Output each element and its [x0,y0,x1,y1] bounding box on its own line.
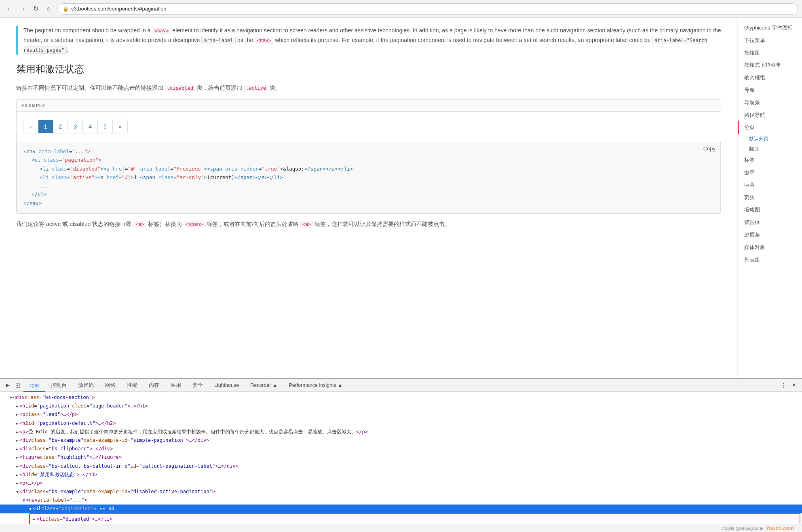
sidebar-item-media[interactable]: 媒体对象 [738,241,802,254]
sidebar-item-dropdown[interactable]: 下拉菜单 [738,34,802,47]
expand-icon-9[interactable]: ► [16,463,19,470]
pagination-item-1[interactable]: 1 [38,120,53,133]
expand-icon-10[interactable]: ► [16,472,19,478]
sidebar-item-breadcrumb[interactable]: 路径导航 [738,109,802,122]
devtools-tab-security[interactable]: 安全 [187,379,209,392]
devtools-inspect-btn[interactable]: ▶ [3,380,12,390]
devtools-line-4[interactable]: ► <h2 id="pagination-default">…</h2> [0,419,802,428]
devtools-line-7[interactable]: ► <div class="bs-clipboard">…</div> [0,445,802,453]
code-line-ul-close: </ul> [32,190,714,198]
expand-icon-5[interactable]: ► [16,429,19,435]
devtools-line-1[interactable]: ▼ <div class="bs-docs-section"> [0,393,802,402]
devtools-tab-perf-insights[interactable]: Performance insights ▲ [283,379,348,392]
intro-section: The pagination component should be wrapp… [16,26,721,55]
devtools-line-selected[interactable]: ▼ <ul class="pagination"> == $0 [0,505,802,513]
sidebar-sub-item-default-pagination[interactable]: 默认分页 [738,134,802,144]
devtools-line-10[interactable]: ► <h3 id="禁用和激活状态">…</h3> [0,471,802,479]
expand-icon-2[interactable]: ► [16,403,19,410]
browser-chrome: ← → ↻ ⌂ 🔒 v3.bootcss.com/components/#pag… [0,0,802,18]
expand-icon-6[interactable]: ► [16,437,19,444]
sidebar-sub-item-pager[interactable]: 翻页 [738,144,802,154]
code-block: Copy <nav aria-label="..."> <ul class="p… [17,141,721,213]
intro-paragraph: The pagination component should be wrapp… [23,26,721,55]
sidebar-item-alerts[interactable]: 警告框 [738,216,802,229]
expand-icon-4[interactable]: ► [16,420,19,427]
devtools-tab-lighthouse[interactable]: Lighthouse [209,379,245,392]
expand-icon-li1[interactable]: ► [33,516,36,523]
expand-icon-12[interactable]: ▼ [16,489,19,495]
pagination-item-5[interactable]: 5 [98,120,113,133]
pagination-link-3[interactable]: 3 [68,120,83,133]
sidebar-item-page-header[interactable]: 页头 [738,192,802,204]
devtools-line-2[interactable]: ► <h1 id="pagination" class="page-header… [0,402,802,410]
expand-icon-selected[interactable]: ▼ [29,506,32,512]
code-line-dots: ... [40,182,714,190]
devtools-tab-network[interactable]: 网络 [99,379,121,392]
sidebar-item-navbar[interactable]: 导航条 [738,97,802,109]
home-button[interactable]: ⌂ [43,3,54,15]
pagination-item-3[interactable]: 3 [68,120,83,133]
expand-icon-8[interactable]: ► [16,454,19,461]
pagination-link-5[interactable]: 5 [98,120,113,133]
sidebar-item-input-group[interactable]: 输入框组 [738,72,802,84]
code-line-1: <nav aria-label="..."> [23,147,714,156]
devtools-line-6[interactable]: ► <div class="bs-example" data-example-i… [0,436,802,445]
devtools-line-8[interactable]: ► <figure class="highlight">…</figure> [0,453,802,462]
devtools-tab-console[interactable]: 控制台 [45,379,72,392]
sidebar-item-badges[interactable]: 徽章 [738,167,802,179]
expand-icon-7[interactable]: ► [16,446,19,452]
example-label: EXAMPLE [17,100,721,112]
devtools-tab-elements[interactable]: 元素 [23,379,45,392]
devtools-tab-memory[interactable]: 内存 [143,379,165,392]
devtools-line-11[interactable]: ► <p>…</p> [0,479,802,488]
pagination-next-link[interactable]: » [113,120,127,133]
devtools-tab-sources[interactable]: 源代码 [72,379,99,392]
pagination-demo: « 1 2 3 4 5 » [23,120,128,133]
devtools-line-9[interactable]: ► <div class="bs-callout bs-callout-info… [0,462,802,471]
devtools-tab-application[interactable]: 应用 [165,379,187,392]
sidebar-item-progress[interactable]: 进度条 [738,229,802,241]
code-line-4: <li class="active"><a href="#">1 <span c… [40,173,714,182]
pagination-link-2[interactable]: 2 [53,120,68,133]
a-tag2-code: <a> [300,221,313,228]
expand-icon-13[interactable]: ▼ [23,497,25,504]
pagination-link-1[interactable]: 1 [38,120,53,133]
devtools-close-btn[interactable]: ✕ [789,380,799,390]
address-bar[interactable]: 🔒 v3.bootcss.com/components/#pagination [57,3,798,15]
devtools-line-li-disabled[interactable]: ► <li class="disabled">…</li> [30,515,800,524]
pagination-item-4[interactable]: 4 [83,120,98,133]
devtools-line-3[interactable]: ► <p class="lead">…</p> [0,410,802,419]
a-tag-code: <a> [133,221,146,228]
devtools-more-btn[interactable]: ⋮ [779,380,789,390]
sidebar-item-button-dropdown[interactable]: 按钮式下拉菜单 [738,59,802,72]
devtools-line-13[interactable]: ▼ <nav aria-label="..."> [0,496,802,505]
expand-icon-1[interactable]: ▼ [10,395,12,401]
pagination-prev[interactable]: « [23,120,38,133]
sidebar-item-nav[interactable]: 导航 [738,84,802,97]
copy-button[interactable]: Copy [703,146,715,152]
sidebar-item-buttons[interactable]: 按钮组 [738,47,802,59]
sidebar-item-jumbotron[interactable]: 巨幕 [738,179,802,192]
forward-button[interactable]: → [17,3,28,15]
devtools-tab-recorder[interactable]: Recorder ▲ [245,379,283,392]
disabled-class-code: .disabled [165,85,195,91]
expand-icon-11[interactable]: ► [16,480,19,487]
devtools-line-12[interactable]: ▼ <div class="bs-example" data-example-i… [0,488,802,496]
sidebar-item-thumbnails[interactable]: 缩略图 [738,204,802,216]
pagination-item-2[interactable]: 2 [53,120,68,133]
sidebar-item-list-group[interactable]: 列表组 [738,254,802,266]
devtools-bottom-bar: CSDN @ShangCode Yuucn.com [0,524,802,532]
sidebar-item-pagination[interactable]: 分页 [738,121,802,134]
sidebar-item-glyphicons[interactable]: Glyphicons 字体图标 [738,22,802,34]
back-button[interactable]: ← [4,3,15,15]
devtools-line-5[interactable]: ► <p>受 Rdio 的启发，我们提供了这个简单的分页组件，用在应用或搜索结果… [0,428,802,436]
nav-buttons: ← → ↻ ⌂ [4,3,54,15]
reload-button[interactable]: ↻ [30,3,41,15]
pagination-next[interactable]: » [113,120,127,133]
pagination-link-4[interactable]: 4 [83,120,98,133]
sidebar-item-labels[interactable]: 标签 [738,154,802,167]
expand-icon-3[interactable]: ► [16,412,19,418]
devtools-device-btn[interactable]: ◰ [13,380,23,390]
pagination-prev-link[interactable]: « [23,120,38,133]
devtools-tab-performance[interactable]: 性能 [121,379,143,392]
